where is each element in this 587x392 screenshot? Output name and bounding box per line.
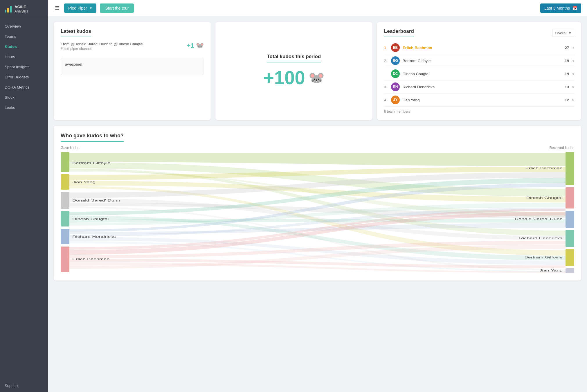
svg-text:Bertram Gilfoyle: Bertram Gilfoyle <box>524 256 563 259</box>
leaderboard-filter-chevron: ▾ <box>569 31 571 35</box>
app-subtitle: Analytics <box>15 9 28 13</box>
lb-avatar-bertram: BG <box>391 56 400 65</box>
date-filter-button[interactable]: Last 3 Months 📅 <box>540 3 581 13</box>
lb-count-bertram: 19 <box>565 59 569 63</box>
svg-rect-8 <box>61 247 69 272</box>
start-tour-button[interactable]: Start the tour <box>100 3 134 13</box>
sidebar-item-leaks[interactable]: Leaks <box>0 103 48 113</box>
lb-trend-icon-bertram: ≈ <box>572 58 574 63</box>
lb-name-jian: Jian Yang <box>403 98 562 102</box>
svg-rect-13 <box>566 249 574 266</box>
lb-trend-icon-richard: ≈ <box>572 84 574 89</box>
top-cards-row: Latest kudos From @Donald 'Jared' Dunn t… <box>54 22 581 120</box>
lb-name-bertram: Bertram Gilfoyle <box>403 59 562 63</box>
sidebar-item-hours[interactable]: Hours <box>0 52 48 62</box>
svg-rect-7 <box>61 229 69 244</box>
svg-text:Erlich Bachman: Erlich Bachman <box>525 166 562 170</box>
sidebar-item-dora-metrics[interactable]: DORA Metrics <box>0 82 48 92</box>
app-title: AGILE <box>15 5 28 9</box>
svg-rect-11 <box>566 211 574 228</box>
sidebar-nav: Overview Teams Kudos Hours Sprint Insigh… <box>0 18 48 380</box>
content-area: Latest kudos From @Donald 'Jared' Dunn t… <box>48 16 587 392</box>
svg-text:Dinesh Chugtai: Dinesh Chugtai <box>526 196 562 199</box>
team-selector-dropdown[interactable]: Pied Piper ▼ <box>64 3 96 13</box>
support-link[interactable]: Support <box>0 380 48 392</box>
lb-rank-4: 4. <box>384 98 388 102</box>
svg-text:Bertram Gilfoyle: Bertram Gilfoyle <box>72 161 111 165</box>
leaderboard-filter-label: Overall <box>555 31 567 35</box>
sankey-left-label: Gave kudos <box>61 146 79 150</box>
leaderboard-row-4: 4. JY Jian Yang 12 ≈ <box>384 93 574 107</box>
svg-text:Jian Yang: Jian Yang <box>72 180 96 184</box>
kudos-meta: From @Donald 'Jared' Dunn to @Dinesh Chu… <box>61 42 143 55</box>
sidebar-item-stock[interactable]: Stock <box>0 92 48 103</box>
lb-count-dinesh: 19 <box>565 72 569 76</box>
lb-count-richard: 13 <box>565 85 569 89</box>
leaderboard-row-1: 1 EB Erlich Bachman 27 ≈ <box>384 41 574 54</box>
topbar: ☰ Pied Piper ▼ Start the tour Last 3 Mon… <box>48 0 587 16</box>
kudos-from: From @Donald 'Jared' Dunn to @Dinesh Chu… <box>61 42 143 46</box>
total-kudos-title: Total kudos this period <box>267 54 321 62</box>
sankey-svg: Bertram Gilfoyle Jian Yang Donald 'Jared… <box>61 152 574 274</box>
svg-text:Dinesh Chugtai: Dinesh Chugtai <box>72 217 109 221</box>
kudos-channel: #pied-piper-channel <box>61 47 143 51</box>
sankey-card: Who gave kudos to who? Gave kudos Receiv… <box>54 126 581 280</box>
lb-name-richard: Richard Hendricks <box>403 85 562 89</box>
svg-rect-4 <box>61 174 69 190</box>
lb-team-count: 6 team members <box>384 109 574 114</box>
svg-rect-0 <box>5 10 6 12</box>
leaderboard-card: Leaderboard Overall ▾ 1 EB Erlich Bachma… <box>377 22 581 120</box>
kudos-message: awesome! <box>61 58 204 75</box>
sidebar-item-teams[interactable]: Teams <box>0 31 48 42</box>
svg-rect-12 <box>566 230 574 247</box>
leaderboard-row-dinesh: DC Dinesh Chugtai 19 ≈ <box>384 67 574 80</box>
lb-count-jian: 12 <box>565 98 569 102</box>
svg-rect-14 <box>566 268 574 273</box>
lb-trend-icon-erlich: ≈ <box>572 45 574 50</box>
lb-trend-icon-jian: ≈ <box>572 98 574 102</box>
svg-text:Richard Hendricks: Richard Hendricks <box>519 236 563 240</box>
total-kudos-number: +100 🐭 <box>263 67 325 89</box>
leaderboard-filter-button[interactable]: Overall ▾ <box>552 29 574 37</box>
kudos-badge: +1 🐭 <box>187 42 204 49</box>
sidebar-item-overview[interactable]: Overview <box>0 21 48 31</box>
svg-rect-3 <box>61 152 69 172</box>
svg-rect-10 <box>566 187 574 208</box>
main-area: ☰ Pied Piper ▼ Start the tour Last 3 Mon… <box>48 0 587 392</box>
svg-text:Jian Yang: Jian Yang <box>539 269 563 272</box>
lb-count-erlich: 27 <box>565 46 569 50</box>
latest-kudos-title: Latest kudos <box>61 28 91 37</box>
svg-rect-2 <box>10 6 12 12</box>
total-kudos-mouse-icon: 🐭 <box>309 70 325 85</box>
leaderboard-row-3: 3. RH Richard Hendricks 13 ≈ <box>384 80 574 93</box>
lb-rank-2: 2. <box>384 59 388 63</box>
total-kudos-value: +100 <box>263 67 305 89</box>
svg-rect-5 <box>61 192 69 209</box>
hamburger-button[interactable]: ☰ <box>54 4 61 12</box>
total-kudos-card: Total kudos this period +100 🐭 <box>215 22 372 120</box>
team-selector-label: Pied Piper <box>68 6 87 10</box>
leaderboard-title: Leaderboard <box>384 28 414 37</box>
sankey-diagram: Bertram Gilfoyle Jian Yang Donald 'Jared… <box>61 152 574 274</box>
sidebar-item-error-budgets[interactable]: Error Budgets <box>0 72 48 82</box>
kudos-plus: +1 <box>187 42 194 49</box>
svg-text:Richard Hendricks: Richard Hendricks <box>72 235 116 238</box>
logo-icon <box>4 5 12 13</box>
leaderboard-header: Leaderboard Overall ▾ <box>384 28 574 37</box>
svg-text:Donald 'Jared' Dunn: Donald 'Jared' Dunn <box>72 199 120 202</box>
calendar-icon: 📅 <box>572 6 577 10</box>
lb-avatar-erlich: EB <box>391 43 400 52</box>
date-filter-label: Last 3 Months <box>544 6 570 10</box>
leaderboard-row-2: 2. BG Bertram Gilfoyle 19 ≈ <box>384 54 574 67</box>
lb-name-erlich: Erlich Bachman <box>403 46 562 50</box>
svg-text:Donald 'Jared' Dunn: Donald 'Jared' Dunn <box>515 217 563 221</box>
svg-rect-9 <box>566 152 574 185</box>
latest-kudos-card: Latest kudos From @Donald 'Jared' Dunn t… <box>54 22 211 120</box>
svg-rect-1 <box>7 8 9 12</box>
sidebar-item-kudos[interactable]: Kudos <box>0 42 48 52</box>
sankey-right-label: Received kudos <box>550 146 574 150</box>
lb-rank-3: 3. <box>384 85 388 89</box>
logo: AGILE Analytics <box>0 0 48 18</box>
sidebar-item-sprint-insights[interactable]: Sprint Insights <box>0 62 48 72</box>
lb-avatar-jian: JY <box>391 96 400 104</box>
